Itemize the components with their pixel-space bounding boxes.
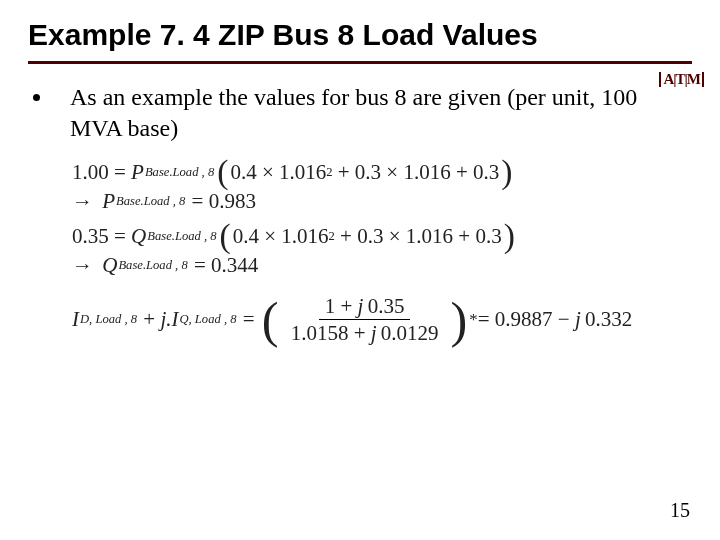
eq-q-line1: 0.35 = QBase.Load , 8 ( 0.4 × 1.0162 + 0…	[72, 224, 692, 249]
title-rule	[28, 61, 692, 64]
fraction: 1 + j 0.35 1.0158 + j 0.0129	[285, 294, 445, 345]
page-number: 15	[670, 499, 690, 522]
bullet-list: As an example the values for bus 8 are g…	[28, 82, 692, 144]
eq-i-line: ID, Load , 8 + j.IQ, Load , 8 = ( 1 + j …	[72, 294, 692, 345]
equations: 1.00 = PBase.Load , 8 ( 0.4 × 1.0162 + 0…	[72, 160, 692, 345]
eq-q-line2: → QBase.Load , 8 = 0.344	[72, 253, 692, 278]
bullet-item: As an example the values for bus 8 are g…	[54, 82, 674, 144]
page-title: Example 7. 4 ZIP Bus 8 Load Values	[28, 18, 692, 53]
eq-p-line2: → PBase.Load , 8 = 0.983	[72, 189, 692, 214]
tamu-logo: A|T|M	[659, 72, 704, 87]
eq-p-line1: 1.00 = PBase.Load , 8 ( 0.4 × 1.0162 + 0…	[72, 160, 692, 185]
tamu-logo-text: A|T|M	[659, 72, 704, 87]
